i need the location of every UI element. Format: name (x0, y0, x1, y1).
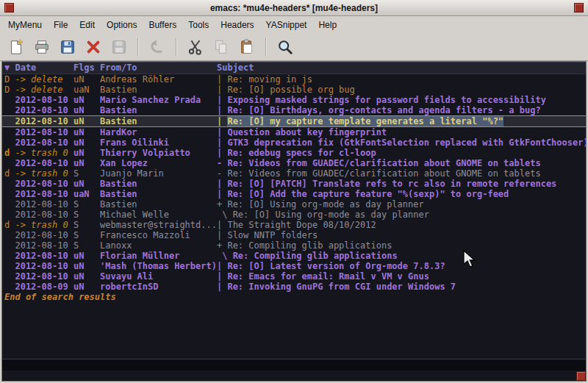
message-mark (4, 261, 15, 271)
menu-buffers[interactable]: Buffers (143, 17, 182, 33)
save-as-button[interactable] (109, 37, 129, 57)
message-flags: uN (74, 137, 100, 148)
thread-indicator: \ (217, 251, 233, 261)
new-file-icon (8, 39, 24, 55)
message-flags: uN (74, 158, 100, 168)
menu-headers[interactable]: Headers (215, 17, 259, 33)
paste-button[interactable] (237, 37, 257, 57)
message-row[interactable]: 2012-08-10uNMario Sanchez Prada| Exposin… (2, 95, 586, 105)
message-date: -> delete (15, 74, 73, 85)
thread-indicator: | (217, 85, 227, 95)
column-header-subject[interactable]: Subject (217, 62, 254, 74)
message-from: robertcInSD (100, 282, 217, 292)
message-row[interactable]: 2012-08-10SBastien+ Re: [O] Using org-mo… (2, 199, 586, 210)
message-date: 2012-08-10 (15, 240, 73, 251)
copy-button[interactable] (211, 37, 232, 57)
message-from: Andreas Röhler (100, 74, 217, 85)
message-row[interactable]: D -> deleteuaNBastien| Re: [O] possible … (2, 85, 586, 95)
message-from: Juanjo Marin (100, 168, 217, 179)
menu-help[interactable]: Help (312, 17, 343, 33)
menu-yasnippet[interactable]: YASnippet (260, 17, 313, 33)
sort-direction-icon[interactable]: ▼ (4, 62, 15, 74)
thread-indicator: | (217, 74, 227, 85)
message-flags: S (74, 220, 100, 230)
message-mark (4, 271, 15, 282)
message-subject: Re: Videos from GUADEC/clarification abo… (227, 168, 540, 179)
message-subject: Slow NNTP folders (227, 230, 318, 240)
message-mark (4, 116, 15, 126)
kill-buffer-button[interactable] (83, 37, 104, 57)
titlebar[interactable]: emacs: *mu4e-headers* [mu4e-headers] (0, 0, 588, 16)
undo-button[interactable] (147, 37, 168, 57)
message-date: 2012-08-10 (15, 137, 73, 148)
menu-edit[interactable]: Edit (74, 17, 101, 33)
menu-options[interactable]: Options (101, 17, 143, 33)
message-from: Florian Müllner (100, 251, 217, 261)
cut-button[interactable] (185, 37, 206, 57)
message-subject: Re: Emacs for email: Rmail v VM v Gnus (227, 271, 429, 282)
paste-icon (239, 39, 255, 55)
message-row[interactable]: 2012-08-10uNHardKor| Question about key … (2, 127, 586, 137)
message-row[interactable]: 2012-08-10uN'Mash (Thomas Herbert)| Re: … (2, 261, 586, 271)
message-row[interactable]: 2012-08-10uaNBastien| Re: [O] Add the ca… (2, 189, 586, 199)
message-row[interactable]: 2012-08-10uNBastien| Re: [O] Birthdays, … (2, 105, 586, 115)
resize-grip[interactable] (576, 371, 586, 381)
message-date: 2012-08-10 (15, 179, 73, 189)
mu4e-headers-buffer[interactable]: ▼ Date Flgs From/To Subject D -> deleteu… (1, 61, 587, 359)
message-row[interactable]: 2012-08-10uNBastien| Re: [O] my capture … (2, 115, 586, 127)
message-from: Mario Sanchez Prada (100, 95, 217, 105)
message-subject: Re: [O] Using org-mode as day planner (233, 210, 429, 220)
message-flags: S (74, 210, 100, 220)
message-from: Michael Welle (100, 210, 217, 220)
search-icon (277, 39, 293, 55)
message-row[interactable]: D -> deleteuNAndreas Röhler| Re: moving … (2, 74, 586, 85)
window-menu-button[interactable] (4, 3, 14, 12)
column-header-date[interactable]: Date (15, 62, 73, 74)
menu-bar: MyMenuFileEditOptionsBuffersToolsHeaders… (0, 16, 588, 34)
message-row[interactable]: 2012-08-10uNBastien| Re: [O] [PATCH] Tra… (2, 179, 586, 189)
message-subject: Re: [O] my capture template generates a … (227, 116, 503, 126)
emacs-window: emacs: *mu4e-headers* [mu4e-headers] MyM… (0, 0, 588, 383)
message-flags: S (74, 230, 100, 240)
message-from: Bastien (100, 116, 217, 126)
message-row[interactable]: 2012-08-09uNrobertcInSD| Re: Invoking Gn… (2, 282, 586, 292)
thread-indicator: + (217, 199, 227, 210)
message-row[interactable]: 2012-08-10uNFlorian Müllner \ Re: Compil… (2, 251, 586, 261)
thread-indicator: | (217, 116, 227, 126)
echo-area[interactable] (1, 371, 587, 382)
message-row[interactable]: d -> trash 0Swebmaster@straightd...| The… (2, 220, 586, 230)
message-mark: d (4, 168, 15, 179)
message-mark (4, 210, 15, 220)
toolbar-separator (137, 38, 139, 56)
message-row[interactable]: 2012-08-10SMichael Welle \ Re: [O] Using… (2, 210, 586, 220)
message-row[interactable]: 2012-08-10uNXan Lopez- Re: Videos from G… (2, 158, 586, 168)
column-header-flags[interactable]: Flgs (74, 62, 100, 74)
column-header-from[interactable]: From/To (100, 62, 217, 74)
search-button[interactable] (275, 37, 295, 57)
message-row[interactable]: 2012-08-10uNFrans Oilinki| GTK3 deprecat… (2, 137, 586, 148)
menu-mymenu[interactable]: MyMenu (2, 17, 48, 33)
thread-indicator: | (217, 95, 227, 105)
message-date: 2012-08-10 (15, 251, 73, 261)
save-button[interactable] (57, 37, 78, 57)
message-row[interactable]: d -> trash 0SJuanjo Marin- Re: Videos fr… (2, 168, 586, 179)
message-subject: GTK3 deprecation fix (GtkFontSelection r… (227, 137, 587, 148)
window-close-button[interactable] (574, 3, 584, 12)
message-row[interactable]: d -> trash 0uNThierry Volpiatto| Re: ede… (2, 148, 586, 158)
message-subject: Re: Videos from GUADEC/clarification abo… (227, 158, 540, 168)
message-row[interactable]: 2012-08-10SFrancesco Mazzoli| Slow NNTP … (2, 230, 586, 240)
undo-icon (149, 39, 165, 55)
print-button[interactable] (32, 37, 52, 57)
message-flags: uN (74, 105, 100, 115)
message-subject: Re: Invoking GnuPG from CGI under Window… (227, 282, 456, 292)
thread-indicator: | (217, 282, 227, 292)
new-file-button[interactable] (6, 37, 26, 57)
menu-file[interactable]: File (48, 17, 74, 33)
save-as-icon (111, 39, 127, 55)
menu-tools[interactable]: Tools (182, 17, 215, 33)
message-row[interactable]: 2012-08-10uNSuvayu Ali| Re: Emacs for em… (2, 271, 586, 282)
mode-line[interactable]: *mu4e-headers* ( 5, 0) [All/2.0k] [mu4e-… (1, 359, 587, 371)
message-row[interactable]: 2012-08-10SLanoxx+ Re: Compiling glib ap… (2, 240, 586, 251)
message-subject: Re: edebug specs for cl-loop (227, 148, 376, 158)
message-mark (4, 179, 15, 189)
